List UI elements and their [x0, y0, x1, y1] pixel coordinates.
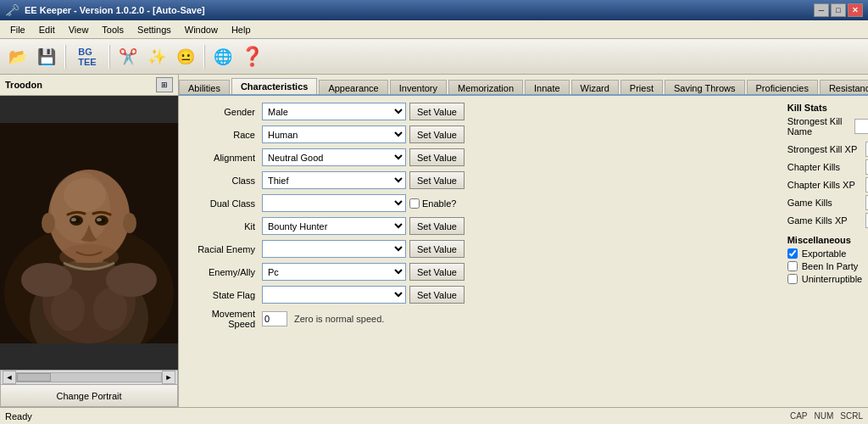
tab-priest[interactable]: Priest [620, 80, 663, 96]
enemy-ally-row: Enemy/Ally PcEnemy Set Value [186, 263, 777, 281]
character-name: Troodon [5, 80, 156, 90]
kit-select[interactable]: No KitBounty HunterSwashbucklerAssassin [262, 217, 406, 235]
app-icon: 🗝️ [5, 3, 19, 17]
alignment-select[interactable]: Lawful GoodNeutral GoodChaotic Good Lawf… [262, 148, 406, 166]
svg-point-9 [64, 178, 106, 212]
change-portrait-button[interactable]: Change Portrait [0, 385, 178, 407]
menu-help[interactable]: Help [225, 23, 258, 36]
tab-characteristics[interactable]: Characteristics [231, 78, 318, 96]
enable-check-container: Enable? [409, 198, 456, 209]
uninterruptible-checkbox[interactable] [787, 274, 798, 284]
scrl-indicator: SCRL [840, 411, 863, 421]
tab-appearance[interactable]: Appearance [319, 80, 387, 96]
minimize-button[interactable]: ─ [814, 3, 829, 17]
tab-inventory[interactable]: Inventory [390, 80, 447, 96]
svg-point-17 [42, 213, 55, 233]
tab-wizard[interactable]: Wizard [571, 80, 619, 96]
exportable-label: Exportable [802, 248, 847, 259]
portrait-image [0, 123, 178, 343]
num-indicator: NUM [815, 411, 834, 421]
race-set-value-button[interactable]: Set Value [409, 126, 465, 143]
enemy-ally-set-value-button[interactable]: Set Value [409, 263, 465, 281]
maximize-button[interactable]: □ [831, 3, 846, 17]
class-label: Class [186, 176, 262, 186]
char-name-bar: Troodon ⊞ [0, 75, 178, 96]
star-icon[interactable]: ✨ [144, 44, 170, 70]
tab-proficiencies[interactable]: Proficiencies [747, 80, 818, 96]
help-icon[interactable]: ❓ [239, 44, 264, 70]
scroll-right-button[interactable]: ► [162, 371, 175, 384]
gender-select[interactable]: MaleFemale [262, 103, 406, 120]
gender-label: Gender [186, 107, 262, 117]
menu-edit[interactable]: Edit [32, 23, 62, 36]
kill-stats-title: Kill Stats [787, 103, 868, 113]
enemy-ally-select[interactable]: PcEnemy [262, 263, 406, 281]
save-icon[interactable]: 💾 [34, 44, 59, 70]
close-button[interactable]: ✕ [848, 3, 863, 17]
dual-class-select[interactable] [262, 194, 406, 212]
race-row: Race HumanElfDwarfHalflingHalf-Elf Set V… [186, 126, 777, 143]
miscellaneous-title: Miscellaneous [787, 235, 868, 245]
been-in-party-checkbox[interactable] [787, 261, 798, 271]
menu-file[interactable]: File [3, 23, 32, 36]
dual-class-row: Dual Class Enable? [186, 194, 777, 212]
movement-speed-input[interactable] [262, 311, 287, 326]
char-grid-button[interactable]: ⊞ [156, 77, 173, 92]
svg-point-19 [51, 288, 85, 331]
uninterruptible-label: Uninterruptible [802, 274, 863, 284]
tab-resistances[interactable]: Resistances [820, 80, 868, 96]
portrait-svg [0, 123, 178, 343]
chapter-kills-row: Chapter Kills [787, 159, 868, 175]
cap-indicator: CAP [790, 411, 808, 421]
enable-checkbox[interactable] [409, 198, 420, 209]
exportable-checkbox[interactable] [787, 248, 798, 259]
bgtee-icon[interactable]: BGTEE [71, 44, 103, 70]
menu-tools[interactable]: Tools [95, 23, 131, 36]
kit-set-value-button[interactable]: Set Value [409, 217, 465, 235]
game-kills-xp-label: Game Kills XP [787, 215, 865, 226]
status-bar: Ready CAP NUM SCRL [0, 407, 868, 424]
movement-speed-note: Zero is normal speed. [294, 314, 384, 324]
tab-memorization[interactable]: Memorization [448, 80, 523, 96]
horizontal-scrollbar[interactable]: ◄ ► [0, 370, 178, 385]
tab-innate[interactable]: Innate [525, 80, 570, 96]
menu-window[interactable]: Window [178, 23, 225, 36]
tab-abilities[interactable]: Abilities [179, 80, 230, 96]
racial-enemy-select[interactable] [262, 240, 406, 258]
state-flag-select[interactable] [262, 286, 406, 304]
strongest-kill-name-input[interactable] [854, 119, 868, 134]
menu-bar: File Edit View Tools Settings Window Hel… [0, 20, 868, 39]
class-set-value-button[interactable]: Set Value [409, 171, 465, 189]
been-in-party-label: Been In Party [802, 261, 859, 271]
open-icon[interactable]: 📂 [5, 44, 31, 70]
race-select[interactable]: HumanElfDwarfHalflingHalf-Elf [262, 126, 406, 143]
svg-point-18 [123, 213, 136, 233]
game-kills-row: Game Kills [787, 195, 868, 210]
svg-point-15 [97, 218, 102, 221]
main-panel: Troodon ⊞ [0, 75, 868, 407]
tab-saving-throws[interactable]: Saving Throws [665, 80, 745, 96]
face-icon[interactable]: 😐 [173, 44, 198, 70]
globe-icon[interactable]: 🌐 [210, 44, 236, 70]
scroll-left-button[interactable]: ◄ [3, 371, 16, 384]
kill-stats-section: Kill Stats Strongest Kill Name ⊞ Stronge… [787, 103, 868, 400]
menu-view[interactable]: View [62, 23, 96, 36]
menu-settings[interactable]: Settings [131, 23, 178, 36]
racial-enemy-set-value-button[interactable]: Set Value [409, 240, 465, 258]
gender-set-value-button[interactable]: Set Value [409, 103, 465, 120]
class-select[interactable]: FighterMageThiefCleric [262, 171, 406, 189]
state-flag-set-value-button[interactable]: Set Value [409, 286, 465, 304]
character-panel: Troodon ⊞ [0, 75, 868, 407]
toolbar: 📂 💾 BGTEE ✂️ ✨ 😐 🌐 ❓ [0, 39, 868, 75]
toolbar-separator-3 [203, 45, 205, 69]
alignment-set-value-button[interactable]: Set Value [409, 148, 465, 166]
app-title: EE Keeper - Version 1.0.2.0 - [Auto-Save… [25, 5, 205, 15]
race-label: Race [186, 130, 262, 140]
scroll-thumb[interactable] [17, 373, 51, 382]
left-sidebar: Troodon ⊞ [0, 75, 179, 407]
svg-point-14 [71, 218, 76, 221]
toolbar-separator [64, 45, 66, 69]
kit-label: Kit [186, 221, 262, 232]
cut-icon[interactable]: ✂️ [115, 44, 141, 70]
scrollbar-track[interactable] [16, 372, 162, 382]
